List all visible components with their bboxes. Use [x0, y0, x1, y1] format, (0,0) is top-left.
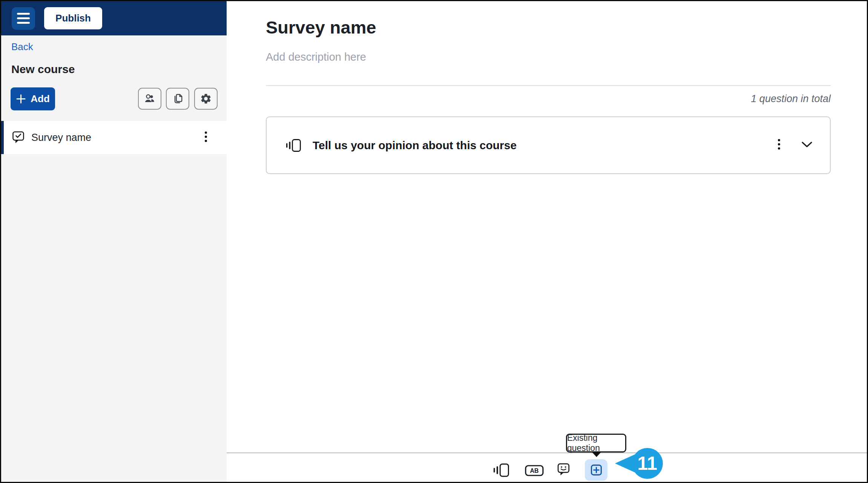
step-marker-pointer-icon: 11 — [614, 448, 664, 480]
toolbar-feedback-button[interactable] — [557, 463, 570, 478]
sidebar-header: Publish — [1, 1, 227, 35]
likert-scale-icon — [492, 463, 510, 478]
question-title: Tell us your opinion about this course — [313, 139, 517, 152]
divider — [266, 85, 831, 86]
survey-description-field[interactable]: Add description here — [266, 51, 366, 63]
toolbar-existing-question-button[interactable] — [585, 459, 607, 481]
publish-button[interactable]: Publish — [44, 7, 102, 29]
question-count-label: 1 question in total — [266, 93, 831, 105]
bottom-divider — [227, 452, 868, 453]
single-choice-ab-icon: AB — [525, 465, 544, 476]
feedback-comment-icon — [557, 463, 570, 477]
hamburger-menu-icon — [17, 13, 30, 15]
step-number: 11 — [638, 453, 658, 474]
chevron-down-icon — [801, 141, 813, 148]
plus-icon — [16, 94, 26, 104]
survey-title-field[interactable]: Survey name — [266, 17, 376, 38]
sidebar-item-label: Survey name — [31, 132, 91, 144]
expand-question-button[interactable] — [799, 139, 815, 151]
kebab-menu-icon — [777, 138, 781, 151]
existing-question-add-icon — [590, 464, 602, 476]
back-link[interactable]: Back — [11, 41, 33, 53]
likert-scale-icon — [285, 138, 301, 153]
toolbar-likert-question-button[interactable] — [492, 463, 510, 479]
sidebar-item-kebab-menu[interactable] — [202, 128, 210, 147]
duplicate-icon — [172, 93, 184, 105]
collaborators-icon — [144, 93, 156, 105]
duplicate-button[interactable] — [166, 88, 189, 110]
step-marker-annotation: 11 — [614, 448, 664, 481]
add-button[interactable]: Add — [11, 87, 55, 110]
settings-button[interactable] — [194, 88, 218, 110]
question-kebab-menu[interactable] — [775, 136, 783, 154]
course-title: New course — [11, 63, 75, 76]
collaborators-button[interactable] — [138, 88, 161, 110]
survey-editor-window: Publish Back New course Add — [0, 0, 868, 483]
tooltip-arrow — [592, 452, 601, 457]
add-button-label: Add — [31, 93, 50, 105]
toolbar-single-choice-button[interactable]: AB — [525, 465, 544, 477]
sidebar-item-survey[interactable]: Survey name — [1, 121, 227, 154]
ab-glyph: AB — [530, 468, 538, 474]
question-card[interactable]: Tell us your opinion about this course — [266, 116, 831, 174]
hamburger-menu-button[interactable] — [12, 7, 35, 30]
survey-bubble-check-icon — [12, 131, 25, 144]
sidebar: Publish Back New course Add — [1, 1, 227, 482]
settings-gear-icon — [200, 93, 212, 105]
kebab-menu-icon — [204, 131, 208, 144]
